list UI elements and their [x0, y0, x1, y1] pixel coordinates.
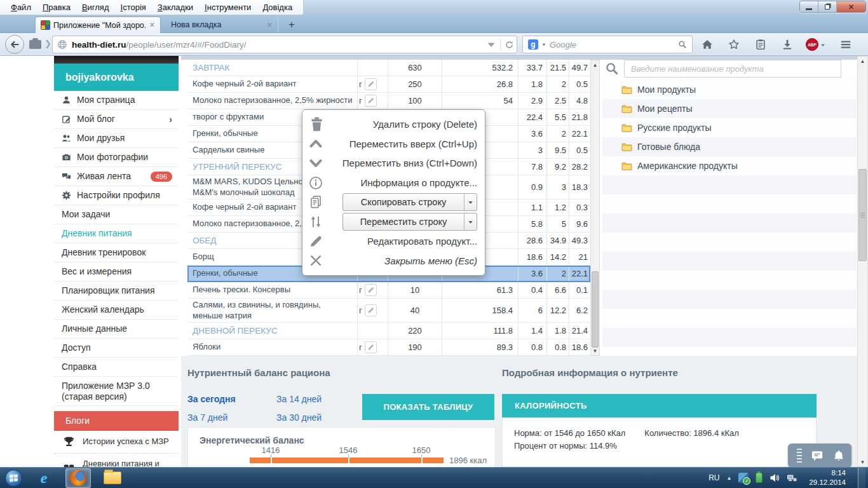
tab-close-icon[interactable]: ✕	[267, 21, 273, 29]
scroll-down-icon[interactable]: ▼	[858, 458, 867, 466]
scroll-up-icon[interactable]: ▲	[591, 60, 599, 69]
sidebar-item[interactable]: Моя страница	[54, 91, 179, 110]
context-dropdown-button[interactable]: Переместить строку	[342, 213, 477, 231]
url-bar[interactable]: health-diet.ru/people/user/mzr4/#/FoodDi…	[52, 36, 517, 53]
menu-item[interactable]: Закладки	[152, 3, 199, 12]
period-link[interactable]: За 30 дней	[276, 412, 365, 423]
start-button[interactable]	[5, 470, 22, 487]
blog-item[interactable]: Истории успеха с МЗР	[54, 431, 179, 454]
menu-item[interactable]: Довідка	[257, 3, 298, 12]
bell-icon[interactable]	[832, 449, 845, 462]
sidebar-item[interactable]: Планировщик питания	[54, 281, 179, 301]
notification-widget[interactable]	[788, 444, 851, 467]
sidebar-item[interactable]: Мои задачи	[54, 205, 179, 224]
minimize-button[interactable]	[800, 1, 818, 12]
page-icon[interactable]	[29, 40, 41, 49]
context-menu-item[interactable]: Удалить строку (Delete)	[309, 115, 477, 133]
engine-caret-icon[interactable]	[541, 42, 546, 47]
caret-down-icon[interactable]	[464, 214, 477, 230]
battery-icon[interactable]	[756, 473, 763, 483]
taskbar-explorer-button[interactable]	[100, 468, 125, 488]
language-indicator[interactable]: RU	[709, 473, 719, 482]
sidebar-item[interactable]: Справка	[54, 358, 179, 377]
context-menu-item[interactable]: Закрыть меню (Esc)	[309, 252, 477, 270]
edit-icon[interactable]	[365, 341, 377, 353]
url-dropdown-icon[interactable]	[486, 39, 496, 50]
menu-item[interactable]: Інструменти	[199, 3, 257, 12]
tab-close-icon[interactable]: ✕	[149, 21, 155, 29]
adblock-icon[interactable]: ABP	[806, 38, 818, 51]
search-bar[interactable]: g Google	[522, 36, 693, 53]
period-link[interactable]: За сегодня	[187, 394, 276, 404]
folder-item[interactable]: Готовые блюда	[602, 137, 857, 156]
back-button[interactable]	[5, 35, 24, 54]
context-dropdown-button[interactable]: Скопировать строку	[342, 193, 477, 211]
edit-icon[interactable]	[365, 78, 377, 90]
adblock-caret-icon[interactable]	[820, 43, 825, 48]
sidebar-item[interactable]: Мой блог›	[54, 110, 179, 129]
page-scrollbar[interactable]: ▲ ▼	[857, 56, 868, 467]
search-icon[interactable]	[678, 40, 687, 49]
product-search-input[interactable]: Введите наименование продукта	[624, 60, 841, 78]
volume-icon[interactable]	[770, 473, 780, 483]
sidebar-item[interactable]: Мои друзья	[54, 129, 179, 148]
sidebar-item[interactable]: Мои фотографии	[54, 148, 179, 167]
show-table-button[interactable]: ПОКАЗАТЬ ТАБЛИЦУ	[362, 394, 494, 420]
folder-item[interactable]: Американские продукты	[602, 156, 857, 175]
diary-row[interactable]: ДНЕВНОЙ ПЕРЕКУС220111.81.41.821.4	[187, 323, 590, 339]
tab-new-tab[interactable]: Нова вкладка ✕	[163, 17, 278, 33]
blog-item[interactable]: Дневники питания и тренировок	[54, 454, 179, 467]
context-menu-item[interactable]: Редактировать продукт...	[309, 232, 477, 250]
period-link[interactable]: За 7 дней	[187, 412, 276, 423]
sidebar-item[interactable]: Настройки профиля	[54, 186, 179, 205]
reload-icon[interactable]	[505, 40, 514, 50]
edit-icon[interactable]	[365, 284, 377, 296]
menu-item[interactable]: Правка	[37, 3, 76, 12]
bookmarks-list-icon[interactable]	[755, 39, 766, 50]
bookmark-star-icon[interactable]	[728, 39, 740, 50]
edit-icon[interactable]	[365, 95, 377, 107]
menu-item[interactable]: Вигляд	[76, 3, 115, 12]
context-menu-item[interactable]: Информация о продукте...	[309, 173, 477, 192]
sidebar-item[interactable]: Приложение МЗР 3.0 (старая версия)	[54, 377, 179, 406]
sidebar-item[interactable]: Личные данные	[54, 320, 179, 339]
menu-item[interactable]: Файл	[5, 3, 37, 12]
google-engine-icon[interactable]: g	[528, 39, 538, 50]
sidebar-item[interactable]: Доступ	[54, 339, 179, 358]
tab-food-diary[interactable]: Приложение "Мой здоро... ✕	[35, 17, 161, 33]
context-menu-item[interactable]: Переместить строку	[309, 213, 477, 231]
taskbar-firefox-button[interactable]	[65, 468, 91, 488]
new-tab-button[interactable]: +	[283, 18, 300, 32]
table-scrollbar[interactable]: ▲ ▼	[590, 60, 600, 356]
menu-hamburger-icon[interactable]	[840, 39, 851, 50]
tray-clock[interactable]: 8:14 29.12.2014	[804, 468, 851, 487]
drag-grip-icon[interactable]	[797, 449, 802, 463]
diary-row[interactable]: Кофе черный 2-ой вариантг25026.81.820.5	[187, 76, 590, 93]
edit-icon[interactable]	[365, 304, 377, 316]
caret-down-icon[interactable]	[464, 194, 477, 210]
sidebar-item[interactable]: Живая лента496	[54, 167, 179, 186]
folder-item[interactable]: Русские продукты	[602, 118, 857, 137]
sidebar-item[interactable]: Дневник тренировок	[54, 243, 179, 262]
context-menu-item[interactable]: Переместить вниз (Ctrl+Down)	[309, 154, 477, 172]
sidebar-item[interactable]: Женский календарь	[54, 301, 179, 320]
home-icon[interactable]	[702, 39, 713, 50]
scroll-up-icon[interactable]: ▲	[858, 57, 867, 65]
sidebar-item[interactable]: Вес и измерения	[54, 262, 179, 281]
diary-row[interactable]: ЗАВТРАК630532.233.721.549.7	[187, 60, 590, 76]
sidebar-item[interactable]: Дневник питания	[54, 224, 179, 243]
folder-item[interactable]: Мои продукты	[602, 80, 857, 99]
scrollbar-thumb[interactable]	[858, 169, 867, 261]
action-center-icon[interactable]	[738, 473, 749, 483]
menu-item[interactable]: Історія	[115, 3, 152, 12]
context-menu-item[interactable]: Переместить вверх (Ctrl+Up)	[309, 135, 477, 153]
period-link[interactable]: За 14 дней	[276, 394, 365, 404]
chat-bubble-icon[interactable]	[811, 449, 824, 462]
network-icon[interactable]	[787, 473, 797, 483]
tray-expand-icon[interactable]: ▲	[727, 475, 732, 481]
diary-row[interactable]: Яблокиг19089.30.80.818.6	[187, 339, 590, 356]
diary-row[interactable]: Молоко пастеризованное, 2,5% жирностиг10…	[187, 93, 590, 109]
diary-row[interactable]: Печень трески. Консервыг1061.30.46.60.1	[187, 282, 590, 299]
scroll-down-icon[interactable]: ▼	[591, 346, 599, 355]
show-desktop-button[interactable]	[858, 468, 865, 488]
